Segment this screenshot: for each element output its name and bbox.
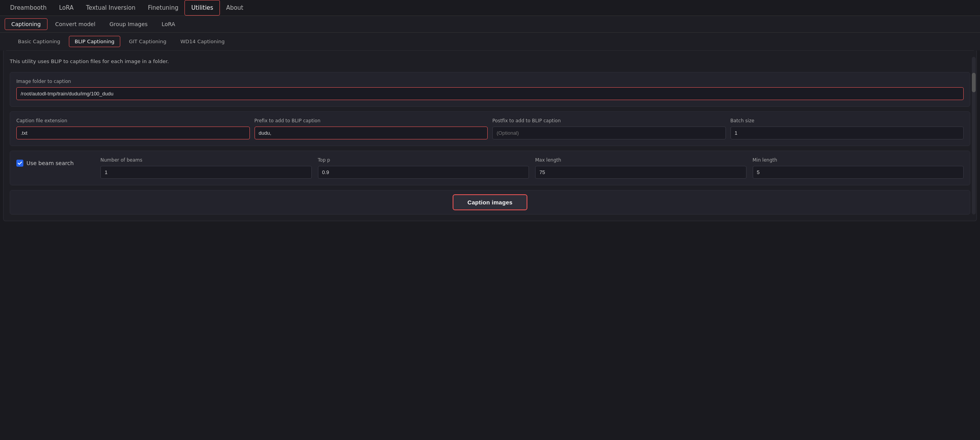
top-p-label: Top p	[318, 157, 529, 163]
tab-captioning[interactable]: Captioning	[5, 18, 47, 30]
num-beams-col: Number of beams	[100, 157, 312, 179]
image-folder-input[interactable]	[16, 87, 964, 100]
prefix-col: Prefix to add to BLIP caption	[255, 118, 488, 139]
batch-size-label: Batch size	[731, 118, 964, 123]
image-folder-card: Image folder to caption	[10, 72, 970, 107]
max-length-input[interactable]	[535, 166, 746, 179]
scrollbar-track	[972, 57, 976, 215]
beam-search-label: Use beam search	[26, 160, 74, 166]
main-content: This utility uses BLIP to caption files …	[3, 51, 977, 221]
tab-lora[interactable]: LoRA	[155, 19, 181, 30]
top-p-col: Top p	[318, 157, 529, 179]
nav-about[interactable]: About	[220, 0, 249, 16]
tab-basic-captioning[interactable]: Basic Captioning	[12, 36, 66, 47]
num-beams-input[interactable]	[100, 166, 312, 179]
postfix-label: Postfix to add to BLIP caption	[492, 118, 726, 123]
batch-size-col: Batch size	[731, 118, 964, 139]
postfix-input[interactable]	[492, 127, 726, 139]
max-length-col: Max length	[535, 157, 746, 179]
tab-git-captioning[interactable]: GIT Captioning	[123, 36, 172, 47]
beam-search-wrapper: Use beam search	[16, 157, 94, 167]
blip-description: This utility uses BLIP to caption files …	[10, 57, 970, 66]
prefix-label: Prefix to add to BLIP caption	[255, 118, 488, 123]
min-length-label: Min length	[753, 157, 964, 163]
tab-convert-model[interactable]: Convert model	[49, 19, 102, 30]
nav-utilities[interactable]: Utilities	[184, 0, 220, 16]
nav-lora[interactable]: LoRA	[53, 0, 80, 16]
caption-ext-col: Caption file extension	[16, 118, 250, 139]
second-nav: Captioning Convert model Group Images Lo…	[0, 16, 980, 33]
caption-images-button[interactable]: Caption images	[453, 194, 527, 210]
top-p-input[interactable]	[318, 166, 529, 179]
form-row: Caption file extension Prefix to add to …	[16, 118, 964, 139]
caption-ext-input[interactable]	[16, 127, 250, 139]
form-fields-card: Caption file extension Prefix to add to …	[10, 111, 970, 146]
prefix-input[interactable]	[255, 127, 488, 139]
tab-wd14-captioning[interactable]: WD14 Captioning	[175, 36, 230, 47]
min-length-input[interactable]	[753, 166, 964, 179]
image-folder-input-wrapper	[16, 87, 964, 100]
min-length-col: Min length	[753, 157, 964, 179]
postfix-col: Postfix to add to BLIP caption	[492, 118, 726, 139]
beam-search-checkbox-col: Use beam search	[16, 157, 94, 167]
third-nav: Basic Captioning BLIP Captioning GIT Cap…	[6, 33, 974, 51]
image-folder-label: Image folder to caption	[16, 79, 964, 84]
tab-group-images[interactable]: Group Images	[103, 19, 154, 30]
max-length-label: Max length	[535, 157, 746, 163]
beam-search-checkbox[interactable]	[16, 160, 23, 167]
caption-btn-row: Caption images	[10, 190, 970, 215]
top-nav: Dreambooth LoRA Textual Inversion Finetu…	[0, 0, 980, 16]
nav-textual-inversion[interactable]: Textual Inversion	[80, 0, 142, 16]
num-beams-label: Number of beams	[100, 157, 312, 163]
caption-ext-label: Caption file extension	[16, 118, 250, 123]
checkmark-icon	[18, 161, 22, 165]
tab-blip-captioning[interactable]: BLIP Captioning	[69, 36, 120, 47]
batch-size-input[interactable]	[731, 127, 964, 139]
beam-search-card: Use beam search Number of beams Top p Ma…	[10, 151, 970, 185]
nav-dreambooth[interactable]: Dreambooth	[4, 0, 53, 16]
nav-finetuning[interactable]: Finetuning	[142, 0, 185, 16]
scrollbar-thumb[interactable]	[972, 73, 976, 92]
